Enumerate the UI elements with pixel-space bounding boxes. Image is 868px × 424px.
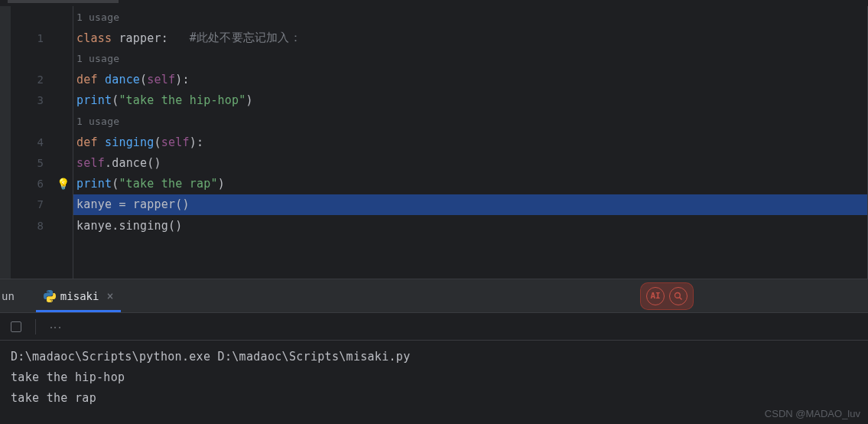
line-number: 1 (11, 28, 73, 48)
left-margin (0, 6, 11, 279)
code-row[interactable]: def singing(self): (73, 132, 867, 152)
line-number: 7 (11, 194, 73, 215)
tab-strip (0, 0, 868, 6)
usage-hint: 1 usage (73, 111, 867, 132)
code-editor[interactable]: 1 2 3 4 5 6💡 7 8 1 usage class rapper: #… (0, 6, 868, 279)
line-number: 8 (11, 215, 73, 236)
code-row[interactable]: kanye.singing() (73, 215, 867, 236)
run-tab-bar: un misaki × AI (0, 279, 868, 313)
code-row[interactable]: def dance(self): (73, 69, 867, 90)
code-content[interactable]: 1 usage class rapper: #此处不要忘记加入： 1 usage… (73, 6, 867, 279)
line-number: 6💡 (11, 173, 73, 194)
console-output[interactable]: D:\madaoc\Scripts\python.exe D:\madaoc\S… (0, 341, 868, 415)
separator (35, 319, 36, 334)
python-icon (44, 290, 56, 302)
ai-icon: AI (646, 287, 665, 305)
svg-point-0 (675, 292, 681, 298)
more-icon[interactable]: ⋮ (48, 321, 63, 332)
code-row-active[interactable]: kanye = rapper() (73, 194, 867, 215)
line-number: 3 (11, 90, 73, 111)
line-number: 4 (11, 132, 73, 152)
gutter-blank (11, 111, 73, 132)
search-icon (669, 287, 688, 305)
gutter-blank (11, 7, 73, 28)
line-number: 5 (11, 152, 73, 173)
code-row[interactable]: class rapper: #此处不要忘记加入： (73, 28, 867, 48)
code-row[interactable]: self.dance() (73, 152, 867, 173)
run-tab[interactable]: misaki × (36, 279, 122, 312)
svg-line-1 (680, 297, 682, 299)
line-number: 2 (11, 69, 73, 90)
stop-button[interactable] (11, 321, 21, 332)
line-number-gutter: 1 2 3 4 5 6💡 7 8 (11, 6, 73, 279)
run-tab-name: misaki (60, 290, 99, 302)
run-toolbar: ⋮ (0, 313, 868, 341)
usage-hint: 1 usage (73, 48, 867, 69)
code-row[interactable]: print("take the rap") (73, 173, 867, 194)
close-icon[interactable]: × (106, 289, 113, 303)
code-row[interactable]: print("take the hip-hop") (73, 90, 867, 111)
run-label: un (0, 290, 21, 302)
watermark: CSDN @MADAO_luv (765, 408, 860, 419)
lightbulb-icon[interactable]: 💡 (57, 178, 70, 190)
console-line: take the hip-hop (11, 367, 857, 388)
gutter-blank (11, 48, 73, 69)
console-line: D:\madaoc\Scripts\python.exe D:\madaoc\S… (11, 347, 857, 367)
console-line: take the rap (11, 388, 857, 409)
usage-hint: 1 usage (73, 7, 867, 28)
run-tool-window: un misaki × AI ⋮ D:\madaoc\Scripts\pytho… (0, 279, 868, 415)
ai-assistant-badge[interactable]: AI (640, 282, 694, 310)
